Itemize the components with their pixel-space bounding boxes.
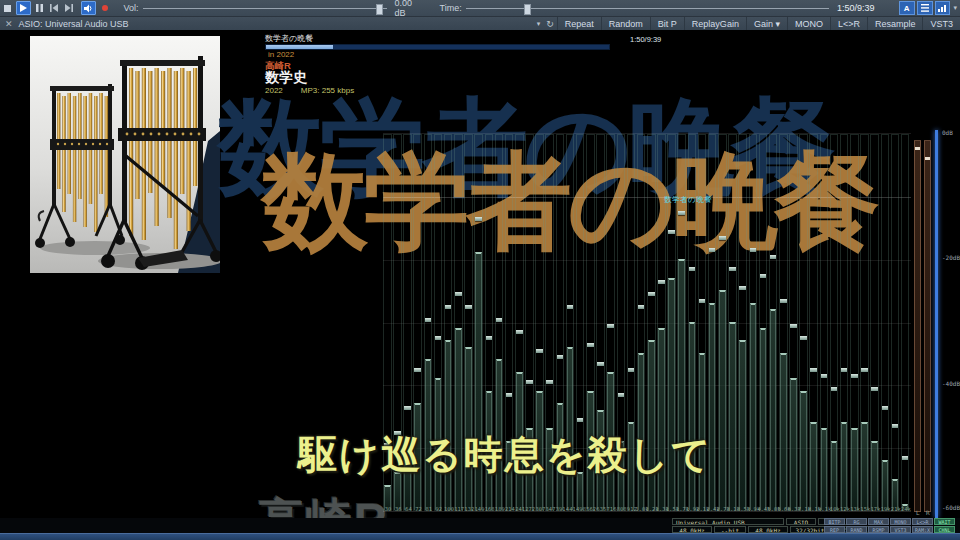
dsp-button-l-r[interactable]: L<>R bbox=[830, 17, 867, 30]
album-label: in 2022 bbox=[268, 50, 294, 59]
spectrum-band-peak bbox=[892, 424, 899, 428]
dsp-button-vst3[interactable]: VST3 bbox=[922, 17, 960, 30]
seek-handle[interactable] bbox=[524, 4, 531, 15]
spectrum-band-fill bbox=[719, 290, 726, 510]
spectrum-band-peak bbox=[618, 393, 625, 397]
play-button[interactable] bbox=[16, 1, 31, 15]
indicator-chnl[interactable]: CHNL bbox=[934, 526, 955, 533]
dsp-button-repeat[interactable]: Repeat bbox=[557, 17, 601, 30]
spectrum-band-peak bbox=[414, 368, 421, 372]
indicator-bitp[interactable]: BITP bbox=[824, 518, 845, 525]
playlist-icon bbox=[921, 4, 929, 12]
track-progress-fill bbox=[266, 45, 333, 49]
spectrum-band-peak bbox=[841, 368, 848, 372]
indicator-wait[interactable]: WAIT bbox=[934, 518, 955, 525]
indicator-rg[interactable]: RG bbox=[846, 518, 867, 525]
spectrum-band-peak bbox=[445, 305, 452, 309]
dsp-button-replaygain[interactable]: ReplayGain bbox=[684, 17, 746, 30]
seek-track bbox=[466, 8, 829, 9]
spectrum-band-peak bbox=[851, 374, 858, 378]
refresh-icon[interactable]: ↻ bbox=[546, 19, 554, 29]
spectrum-band-peak bbox=[780, 299, 787, 303]
dsp-button-random[interactable]: Random bbox=[601, 17, 650, 30]
vu-channel-label: L bbox=[916, 509, 920, 516]
indicator-rep[interactable]: REP bbox=[824, 526, 845, 533]
frequency-tick-label: 92 bbox=[435, 506, 442, 512]
dsp-button-gain-[interactable]: Gain ▾ bbox=[746, 17, 787, 30]
spectrum-band bbox=[759, 134, 768, 511]
frequency-tick-label: 307 bbox=[535, 506, 545, 512]
spectrum-band-peak bbox=[546, 380, 553, 384]
dsp-button-bit-p[interactable]: Bit P bbox=[650, 17, 684, 30]
spectrum-band-peak bbox=[658, 280, 665, 284]
next-button[interactable] bbox=[63, 2, 76, 14]
spectrum-band-peak bbox=[790, 324, 797, 328]
pause-icon bbox=[36, 4, 43, 12]
stop-button[interactable] bbox=[1, 2, 14, 14]
time-label: Time: bbox=[439, 3, 461, 13]
spectrum-band-peak bbox=[810, 368, 817, 372]
previous-button[interactable] bbox=[48, 2, 61, 14]
spectrum-band-peak bbox=[577, 418, 584, 422]
spectrum-band-peak bbox=[465, 305, 472, 309]
spectrum-band-peak bbox=[536, 349, 543, 353]
pause-button[interactable] bbox=[33, 2, 46, 14]
db-tick-label: -20dB bbox=[942, 254, 960, 261]
spectrum-band-peak bbox=[821, 374, 828, 378]
spectrum-band-peak bbox=[668, 230, 675, 234]
frequency-axis: 3036647281921001171321491681892142412723… bbox=[383, 506, 911, 516]
spectrum-band-peak bbox=[689, 267, 696, 271]
view-dropdown-icon[interactable]: ▾ bbox=[953, 4, 957, 12]
frequency-tick-label: 17k bbox=[871, 506, 881, 512]
spectrum-band-fill bbox=[871, 441, 878, 510]
indicator-max[interactable]: MAX bbox=[868, 518, 889, 525]
close-icon[interactable]: ✕ bbox=[5, 19, 13, 29]
spectrum-view-button[interactable] bbox=[935, 1, 951, 15]
output-device-label: ASIO: Universal Audio USB bbox=[19, 19, 129, 29]
spectrum-band bbox=[809, 134, 818, 511]
vu-column-l bbox=[914, 140, 921, 512]
spectrum-band bbox=[891, 134, 900, 511]
volume-handle[interactable] bbox=[376, 4, 383, 15]
frequency-tick-label: 24k bbox=[901, 506, 911, 512]
status-value: 48.0kHz bbox=[748, 526, 788, 533]
spectrum-band-fill bbox=[455, 328, 462, 510]
record-icon[interactable] bbox=[102, 5, 108, 11]
spectrum-band-fill bbox=[882, 460, 889, 510]
indicator-vst3[interactable]: VST3 bbox=[890, 526, 911, 533]
frequency-tick-label: 716 bbox=[607, 506, 617, 512]
frequency-tick-label: 15k bbox=[860, 506, 870, 512]
frequency-tick-label: 149 bbox=[475, 506, 485, 512]
spectrum-band-peak bbox=[871, 387, 878, 391]
spectrum-band-peak bbox=[750, 248, 757, 252]
spectrum-band-peak bbox=[800, 336, 807, 340]
vu-channel-label: R bbox=[926, 509, 930, 516]
mute-button[interactable] bbox=[81, 1, 96, 15]
spectrum-title-label: 数学者の晩餐 bbox=[664, 195, 712, 205]
frequency-tick-label: 347 bbox=[546, 506, 556, 512]
indicator-mono[interactable]: MONO bbox=[890, 518, 911, 525]
vu-meter bbox=[914, 140, 931, 512]
spectrum-band-peak bbox=[516, 330, 523, 334]
level-meter-line bbox=[935, 130, 938, 518]
track-progress-bar[interactable] bbox=[265, 44, 610, 50]
indicator-l-r[interactable]: L<>R bbox=[912, 518, 933, 525]
seek-slider[interactable] bbox=[466, 3, 829, 13]
previous-icon bbox=[50, 4, 58, 12]
dsp-button-resample[interactable]: Resample bbox=[867, 17, 923, 30]
indicator-ram-x[interactable]: RAM:X bbox=[912, 526, 933, 533]
text-view-button[interactable]: A bbox=[899, 1, 915, 15]
playback-toolbar: Vol: 0.00 dB Time: 1:50/9:39 A ▾ bbox=[0, 0, 960, 17]
indicator-rand[interactable]: RAND bbox=[846, 526, 867, 533]
play-icon bbox=[19, 4, 27, 12]
spectrum-band-peak bbox=[831, 387, 838, 391]
indicator-rsmp[interactable]: RSMP bbox=[868, 526, 889, 533]
spectrum-band bbox=[789, 134, 798, 511]
spectrum-band-peak bbox=[861, 368, 868, 372]
volume-slider[interactable] bbox=[143, 3, 387, 13]
playlist-view-button[interactable] bbox=[917, 1, 933, 15]
output-dropdown-icon[interactable]: ▾ bbox=[537, 20, 541, 28]
dsp-button-mono[interactable]: MONO bbox=[787, 17, 830, 30]
frequency-tick-label: 72 bbox=[415, 506, 422, 512]
spectrum-band-fill bbox=[750, 303, 757, 510]
